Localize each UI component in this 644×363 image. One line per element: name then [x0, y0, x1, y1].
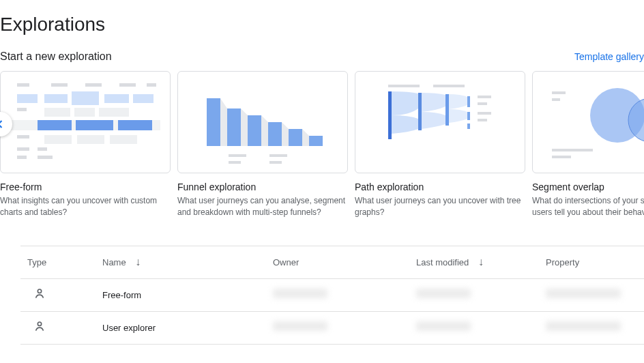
table-row[interactable]: User explorer	[20, 312, 644, 345]
svg-rect-48	[467, 124, 470, 129]
row-modified	[416, 321, 546, 334]
card-thumbnail-funnel	[177, 71, 348, 173]
table-header-row: Type Name ↓ Owner Last modified ↓ Proper…	[20, 246, 644, 279]
svg-marker-27	[220, 98, 227, 146]
svg-rect-53	[552, 91, 566, 94]
svg-rect-42	[433, 85, 465, 87]
card-description: What user journeys can you uncover with …	[355, 195, 525, 218]
card-thumbnail-path	[355, 71, 525, 173]
template-cards-row: Free-form What insights can you uncover …	[0, 71, 644, 218]
svg-rect-10	[17, 108, 27, 111]
template-card-segment-overlap[interactable]: Segment overlap What do intersections of…	[532, 71, 644, 218]
svg-rect-4	[147, 83, 156, 87]
card-thumbnail-freeform	[0, 71, 171, 173]
header-name-label: Name	[102, 257, 126, 267]
card-description: What do intersections of your segments o…	[532, 195, 644, 218]
svg-rect-23	[38, 147, 47, 151]
svg-marker-34	[289, 129, 302, 146]
svg-rect-45	[445, 94, 449, 126]
svg-rect-46	[467, 96, 470, 107]
person-icon	[33, 287, 46, 300]
svg-rect-38	[229, 161, 241, 164]
funnel-chart-icon	[188, 78, 338, 166]
header-type[interactable]: Type	[27, 257, 102, 267]
card-thumbnail-segment	[532, 71, 644, 173]
row-owner	[273, 321, 416, 334]
svg-rect-51	[478, 112, 491, 115]
svg-rect-12	[74, 108, 95, 117]
svg-rect-15	[38, 120, 72, 130]
svg-rect-40	[269, 161, 282, 164]
card-title: Path exploration	[355, 182, 525, 192]
svg-rect-43	[388, 91, 392, 139]
row-property	[546, 289, 637, 301]
template-card-path[interactable]: Path exploration What user journeys can …	[355, 71, 525, 218]
card-title: Funnel exploration	[177, 182, 348, 192]
card-description: What insights can you uncover with custo…	[0, 195, 171, 218]
svg-rect-59	[552, 156, 571, 158]
svg-rect-3	[119, 83, 136, 87]
table-row[interactable]: Free-form	[20, 279, 644, 312]
svg-rect-0	[17, 83, 29, 87]
svg-point-61	[38, 322, 41, 325]
header-modified-label: Last modified	[416, 257, 469, 267]
svg-rect-13	[99, 108, 129, 117]
svg-rect-6	[44, 94, 68, 103]
card-description: What user journeys can you analyse, segm…	[177, 195, 348, 218]
chevron-left-icon	[0, 117, 7, 131]
svg-marker-33	[282, 122, 289, 146]
svg-rect-54	[552, 98, 560, 101]
svg-rect-11	[44, 108, 70, 117]
venn-diagram-icon	[542, 78, 644, 166]
svg-rect-21	[110, 135, 137, 144]
path-tree-icon	[365, 78, 515, 166]
row-owner	[273, 289, 416, 301]
svg-rect-58	[552, 149, 593, 151]
template-card-funnel[interactable]: Funnel exploration What user journeys ca…	[177, 71, 348, 218]
row-name: Free-form	[102, 290, 273, 300]
header-property[interactable]: Property	[546, 257, 637, 267]
svg-rect-37	[229, 154, 246, 157]
svg-rect-39	[269, 154, 287, 157]
svg-rect-24	[17, 156, 27, 159]
svg-rect-8	[104, 94, 129, 103]
freeform-table-icon	[10, 78, 160, 166]
template-card-freeform[interactable]: Free-form What insights can you uncover …	[0, 71, 171, 218]
svg-marker-30	[248, 115, 261, 146]
svg-rect-25	[38, 156, 53, 159]
svg-rect-19	[44, 135, 72, 144]
svg-rect-2	[85, 83, 102, 87]
svg-rect-44	[418, 93, 422, 130]
card-title: Free-form	[0, 182, 171, 192]
svg-rect-16	[76, 120, 113, 130]
start-new-exploration-label: Start a new exploration	[0, 50, 112, 63]
svg-marker-35	[302, 129, 309, 146]
header-name[interactable]: Name ↓	[102, 256, 273, 268]
svg-rect-50	[478, 102, 487, 105]
row-property	[546, 321, 637, 334]
person-icon	[33, 319, 46, 333]
svg-rect-41	[388, 85, 420, 87]
subheader: Start a new exploration Template gallery	[0, 42, 644, 71]
svg-rect-47	[467, 112, 470, 120]
svg-rect-1	[51, 83, 68, 87]
svg-rect-9	[133, 94, 153, 103]
svg-rect-5	[17, 94, 38, 103]
template-gallery-link[interactable]: Template gallery	[574, 51, 644, 62]
page-title: Explorations	[0, 0, 644, 42]
svg-rect-22	[17, 147, 29, 151]
header-owner[interactable]: Owner	[273, 257, 416, 267]
svg-rect-49	[478, 96, 491, 98]
header-last-modified[interactable]: Last modified ↓	[416, 256, 546, 268]
svg-marker-26	[207, 98, 220, 146]
svg-rect-17	[118, 120, 152, 130]
svg-marker-28	[227, 108, 241, 146]
explorations-table: Type Name ↓ Owner Last modified ↓ Proper…	[20, 246, 644, 345]
svg-marker-32	[268, 122, 282, 146]
svg-rect-20	[77, 135, 104, 144]
row-name: User explorer	[102, 323, 273, 333]
svg-rect-18	[17, 135, 29, 139]
card-title: Segment overlap	[532, 182, 644, 192]
row-modified	[416, 289, 546, 301]
svg-point-60	[38, 289, 41, 293]
